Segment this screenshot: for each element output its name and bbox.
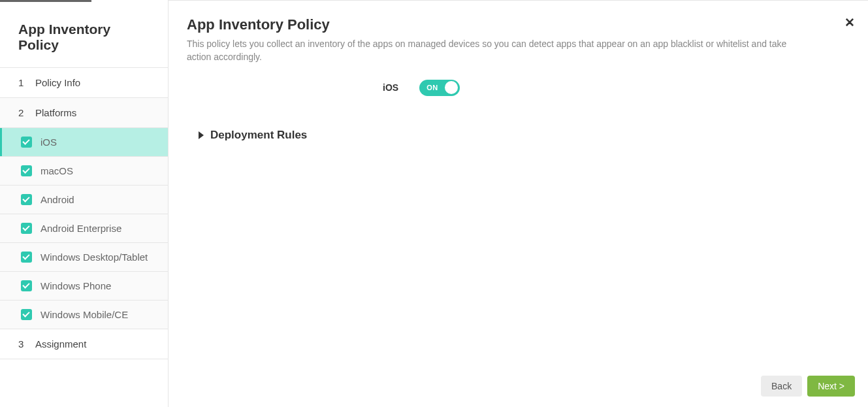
close-icon[interactable]: ✕ — [844, 16, 855, 29]
platform-label: macOS — [40, 165, 73, 176]
platform-item-android[interactable]: Android — [0, 186, 168, 214]
checkbox-icon — [21, 223, 32, 234]
checkbox-icon — [21, 137, 32, 148]
page-title: App Inventory Policy — [187, 16, 850, 33]
caret-right-icon — [199, 131, 204, 139]
step-number: 3 — [18, 338, 27, 350]
checkbox-icon — [21, 280, 32, 291]
platform-item-macos[interactable]: macOS — [0, 157, 168, 186]
platform-label: iOS — [40, 137, 57, 148]
step-number: 1 — [18, 77, 27, 88]
toggle-knob — [445, 81, 458, 94]
back-button[interactable]: Back — [761, 376, 802, 397]
platform-item-windows-phone[interactable]: Windows Phone — [0, 272, 168, 301]
platform-item-ios[interactable]: iOS — [0, 128, 168, 157]
deployment-rules-label: Deployment Rules — [210, 129, 307, 142]
step-number: 2 — [18, 107, 27, 118]
checkbox-icon — [21, 165, 32, 176]
step-assignment[interactable]: 3 Assignment — [0, 329, 168, 359]
platform-label: Android — [40, 194, 74, 205]
next-button[interactable]: Next > — [807, 376, 855, 397]
step-label: Assignment — [35, 338, 86, 350]
step-label: Platforms — [35, 107, 76, 118]
main-panel: ✕ App Inventory Policy This policy lets … — [169, 0, 868, 407]
checkbox-icon — [21, 194, 32, 205]
toggle-row: iOS ON — [187, 80, 850, 96]
toggle-state-text: ON — [426, 84, 438, 91]
step-platforms[interactable]: 2 Platforms — [0, 98, 168, 128]
deployment-rules-toggle[interactable]: Deployment Rules — [199, 129, 850, 142]
sidebar-title: App Inventory Policy — [0, 2, 168, 68]
platform-label: Windows Mobile/CE — [40, 309, 128, 320]
platform-item-android-enterprise[interactable]: Android Enterprise — [0, 214, 168, 243]
toggle-label: iOS — [383, 82, 398, 93]
step-label: Policy Info — [35, 77, 80, 88]
checkbox-icon — [21, 252, 32, 263]
step-policy-info[interactable]: 1 Policy Info — [0, 68, 168, 98]
sidebar: App Inventory Policy 1 Policy Info 2 Pla… — [0, 0, 169, 407]
platform-item-windows-desktop-tablet[interactable]: Windows Desktop/Tablet — [0, 243, 168, 272]
platform-label: Windows Phone — [40, 280, 111, 291]
page-description: This policy lets you collect an inventor… — [187, 37, 788, 64]
platform-label: Android Enterprise — [40, 223, 121, 234]
ios-toggle[interactable]: ON — [419, 80, 460, 96]
checkbox-icon — [21, 309, 32, 320]
platform-item-windows-mobile-ce[interactable]: Windows Mobile/CE — [0, 301, 168, 329]
platform-label: Windows Desktop/Tablet — [40, 252, 148, 263]
footer-actions: Back Next > — [761, 376, 855, 397]
